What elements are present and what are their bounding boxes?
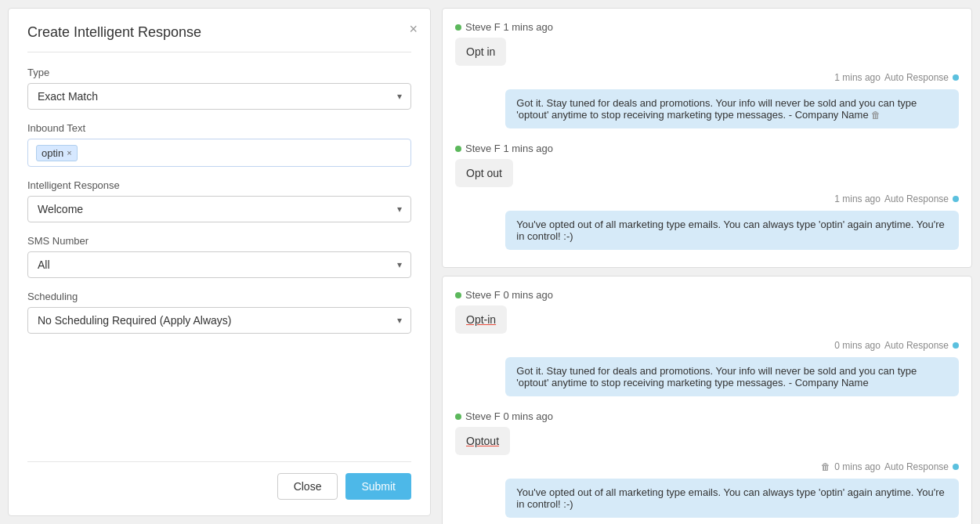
response-select[interactable]: Welcome	[27, 196, 411, 222]
sent-container-3: 0 mins ago Auto Response Got it. Stay tu…	[455, 340, 959, 401]
received-bubble-4: Optout	[455, 427, 510, 455]
chat-meta-1: 1 mins ago Auto Response	[834, 72, 959, 83]
close-x-button[interactable]: ×	[409, 21, 418, 38]
panel-divider	[27, 52, 411, 52]
inbound-text-input[interactable]: optin ×	[27, 139, 411, 167]
top-sender-2: Steve F 1 mins ago	[455, 143, 959, 154]
online-dot-1	[455, 24, 461, 31]
button-row: Close Submit	[27, 473, 411, 500]
optin-tag: optin ×	[36, 145, 78, 161]
submit-button[interactable]: Submit	[345, 473, 411, 500]
auto-label-1: Auto Response	[884, 72, 949, 83]
sent-bubble-4: You've opted out of all marketing type e…	[505, 479, 959, 518]
sent-container-1: 1 mins ago Auto Response Got it. Stay tu…	[455, 72, 959, 133]
sender-name-1: Steve F 1 mins ago	[465, 21, 553, 33]
chat-meta-3: 0 mins ago Auto Response	[834, 340, 959, 351]
online-dot-2	[455, 146, 461, 152]
online-dot-3	[455, 292, 461, 298]
scheduling-select-wrapper: No Scheduling Required (Apply Always) ▾	[27, 307, 411, 334]
top-chat-panel: Steve F 1 mins ago Opt in 1 mins ago Aut…	[442, 8, 972, 268]
footer-divider	[27, 461, 411, 462]
type-select-wrapper: Exact Match ▾	[27, 83, 411, 110]
sent-time-2: 1 mins ago	[834, 193, 881, 204]
tag-label: optin	[42, 147, 63, 159]
scheduling-label: Scheduling	[27, 291, 411, 302]
sms-number-label: SMS Number	[27, 235, 411, 247]
sms-number-field-group: SMS Number All ▾	[27, 235, 411, 278]
intelligent-response-field-group: Intelligent Response Welcome ▾	[27, 179, 411, 222]
panel-title: Create Intelligent Response	[27, 24, 411, 41]
auto-label-2: Auto Response	[884, 193, 949, 204]
auto-dot-4	[953, 464, 959, 470]
online-dot-4	[455, 414, 461, 420]
received-bubble-1: Opt in	[455, 38, 506, 66]
bottom-sender-2: Steve F 0 mins ago	[455, 410, 959, 422]
auto-label-4: Auto Response	[884, 461, 949, 472]
sms-number-select-wrapper: All ▾	[27, 251, 411, 278]
response-select-wrapper: Welcome ▾	[27, 196, 411, 222]
sent-container-4: 🗑 0 mins ago Auto Response You've opted …	[455, 461, 959, 522]
sender-name-4: Steve F 0 mins ago	[465, 410, 553, 422]
sent-bubble-2: You've opted out of all marketing type e…	[505, 211, 959, 250]
trash-icon-1[interactable]: 🗑	[871, 110, 881, 121]
sent-time-4: 0 mins ago	[834, 461, 881, 472]
sent-container-2: 1 mins ago Auto Response You've opted ou…	[455, 193, 959, 255]
type-select[interactable]: Exact Match	[27, 83, 411, 110]
top-sender-1: Steve F 1 mins ago	[455, 21, 959, 33]
sent-time-3: 0 mins ago	[834, 340, 881, 351]
scheduling-field-group: Scheduling No Scheduling Required (Apply…	[27, 291, 411, 334]
create-intelligent-response-panel: Create Intelligent Response × Type Exact…	[8, 8, 431, 516]
scheduling-select[interactable]: No Scheduling Required (Apply Always)	[27, 307, 411, 334]
received-bubble-2: Opt out	[455, 159, 513, 187]
type-label: Type	[27, 67, 411, 78]
bottom-sender-1: Steve F 0 mins ago	[455, 289, 959, 301]
sent-bubble-3: Got it. Stay tuned for deals and promoti…	[505, 357, 959, 396]
auto-label-3: Auto Response	[884, 340, 949, 351]
bottom-chat-panel: Steve F 0 mins ago Opt-in 0 mins ago Aut…	[442, 276, 972, 524]
received-bubble-3: Opt-in	[455, 305, 507, 334]
auto-dot-2	[953, 196, 959, 202]
sent-bubble-1: Got it. Stay tuned for deals and promoti…	[505, 89, 959, 128]
auto-dot-1	[953, 74, 959, 81]
sent-time-1: 1 mins ago	[834, 72, 881, 83]
tag-remove-icon[interactable]: ×	[67, 148, 71, 157]
opt-in-text: Opt-in	[466, 313, 496, 326]
right-panel: Steve F 1 mins ago Opt in 1 mins ago Aut…	[439, 0, 980, 524]
close-button[interactable]: Close	[277, 473, 338, 500]
type-field-group: Type Exact Match ▾	[27, 67, 411, 110]
optout-text: Optout	[466, 435, 499, 447]
sender-name-3: Steve F 0 mins ago	[465, 289, 553, 301]
intelligent-response-label: Intelligent Response	[27, 179, 411, 191]
inbound-text-field-group: Inbound Text optin ×	[27, 122, 411, 167]
chat-meta-4: 🗑 0 mins ago Auto Response	[821, 461, 959, 472]
sender-name-2: Steve F 1 mins ago	[465, 143, 553, 154]
auto-dot-3	[953, 342, 959, 349]
sms-number-select[interactable]: All	[27, 251, 411, 278]
chat-meta-2: 1 mins ago Auto Response	[834, 193, 959, 204]
inbound-text-label: Inbound Text	[27, 122, 411, 134]
trash-icon-2[interactable]: 🗑	[821, 461, 830, 472]
